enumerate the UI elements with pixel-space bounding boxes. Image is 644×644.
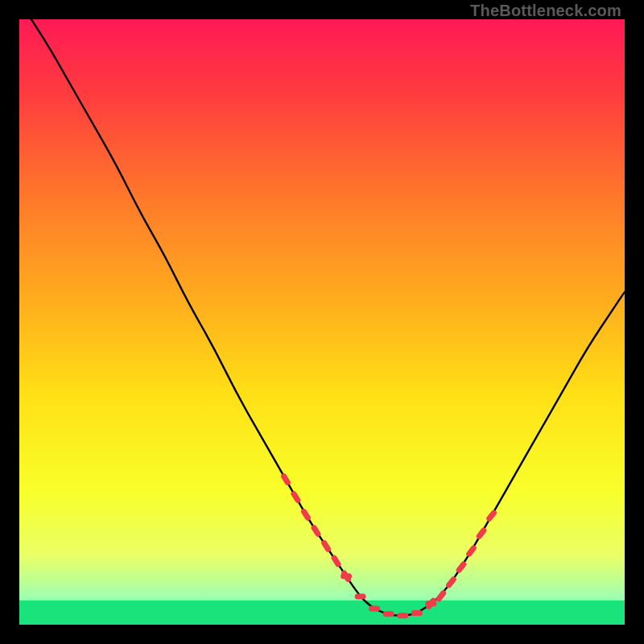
svg-rect-15 [355,593,366,599]
gradient-background [19,19,625,625]
bottleneck-chart [19,19,625,625]
svg-rect-19 [411,610,423,616]
watermark-text: TheBottleneck.com [470,2,621,20]
chart-frame [19,19,625,625]
svg-rect-14 [341,573,352,579]
svg-rect-17 [383,611,394,617]
svg-rect-18 [397,613,408,618]
svg-rect-20 [425,601,436,606]
svg-rect-16 [369,605,380,611]
no-bottleneck-band [19,601,625,625]
